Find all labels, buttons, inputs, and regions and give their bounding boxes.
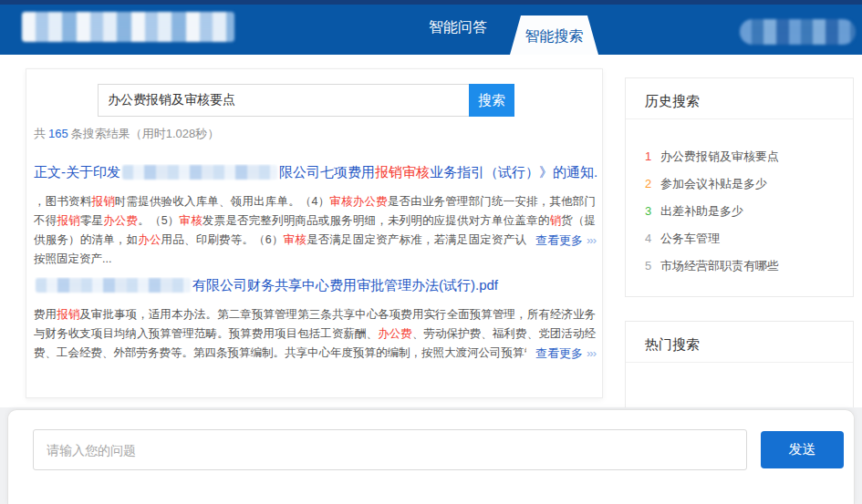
hot-search-title: 热门搜索: [645, 336, 700, 354]
chevron-right-icon: ›››: [587, 233, 596, 247]
text-segment: 发票是否完整列明商品或服务明细，未列明的应提供对方单位盖章的: [203, 214, 550, 227]
highlight-keyword: 办公费: [103, 214, 138, 227]
history-item-label: 公务车管理: [660, 231, 720, 245]
history-item-label: 参加会议补贴是多少: [660, 177, 767, 190]
redacted-user-info[interactable]: [740, 19, 856, 45]
divider: [626, 118, 853, 119]
history-search-panel: 历史搜索 1办公费报销及审核要点2参加会议补贴是多少3出差补助是多少4公务车管理…: [625, 77, 854, 297]
text-segment: 限公司七项费用: [279, 164, 375, 180]
text-segment: 零星: [80, 214, 103, 227]
highlight-keyword: 报销: [91, 195, 114, 208]
send-button[interactable]: 发送: [761, 431, 844, 468]
view-more-label: 查看更多: [535, 346, 583, 360]
highlight-keyword: 审核办公费: [329, 195, 387, 208]
tab-intelligent-qa[interactable]: 智能问答: [410, 0, 505, 55]
rank-number: 3: [645, 198, 660, 224]
text-segment: 费用: [34, 308, 57, 321]
text-segment: 有限公司财务共享中心费用审批管理办法(试行).pdf: [192, 277, 498, 293]
rank-number: 5: [645, 252, 660, 279]
view-more-link[interactable]: 查看更多›››: [526, 231, 596, 250]
rank-number: 2: [645, 170, 660, 197]
count-number: 165: [48, 127, 68, 140]
highlight-keyword: 报销审核: [375, 164, 430, 180]
redacted-logo: [22, 12, 234, 42]
hot-search-panel: 热门搜索: [625, 321, 854, 407]
history-item-label: 出差补助是多少: [660, 204, 743, 218]
redacted-text: [36, 278, 191, 293]
rank-number: 4: [645, 225, 660, 252]
question-composer: 发送: [7, 409, 855, 504]
history-search-item[interactable]: 2参加会议补贴是多少: [645, 170, 846, 197]
history-search-title: 历史搜索: [645, 93, 700, 110]
highlight-keyword: 销: [550, 214, 562, 227]
rank-number: 1: [645, 143, 660, 170]
highlight-keyword: 审核: [284, 233, 306, 246]
tab-intelligent-search[interactable]: 智能搜索: [510, 15, 598, 55]
highlight-keyword: 办公费: [378, 327, 412, 340]
result-title[interactable]: 有限公司财务共享中心费用审批管理办法(试行).pdf: [34, 277, 597, 297]
history-search-list: 1办公费报销及审核要点2参加会议补贴是多少3出差补助是多少4公务车管理5市场经营…: [645, 142, 846, 279]
text-segment: 业务指引（试行）》的通知.pdf: [430, 164, 597, 180]
text-segment: 时需提供验收入库单、领用出库单。（4）: [115, 195, 330, 208]
redacted-text: [122, 165, 277, 180]
result-count: 共165条搜索结果（用时1.028秒）: [34, 126, 219, 142]
search-input[interactable]: [98, 84, 469, 117]
highlight-keyword: 审核: [179, 214, 202, 227]
text-segment: 正文-关于印发: [34, 164, 120, 180]
result-snippet: 费用报销及审批事项，适用本办法。第二章预算管理第三条共享中心各项费用实行全面预算…: [34, 305, 596, 363]
view-more-link[interactable]: 查看更多›››: [526, 344, 596, 363]
highlight-keyword: 办公: [138, 233, 161, 246]
question-input[interactable]: [33, 429, 747, 470]
search-button[interactable]: 搜索: [469, 84, 514, 117]
text-segment: 用品、印刷费等。（6）: [161, 233, 284, 246]
highlight-keyword: 报销: [57, 214, 79, 227]
history-item-label: 市场经营部职责有哪些: [660, 259, 779, 273]
app-header: 智能问答 智能搜索: [0, 0, 862, 55]
text-segment: ，图书资料: [34, 195, 91, 208]
history-search-item[interactable]: 5市场经营部职责有哪些: [645, 252, 846, 279]
text-segment: 。（5）: [138, 214, 179, 227]
divider: [626, 362, 853, 363]
count-suffix: 条搜索结果（用时1.028秒）: [71, 127, 220, 140]
history-search-item[interactable]: 4公务车管理: [645, 224, 846, 252]
highlight-keyword: 报销: [57, 308, 79, 321]
history-item-label: 办公费报销及审核要点: [660, 149, 779, 163]
result-snippet: ，图书资料报销时需提供验收入库单、领用出库单。（4）审核办公费是否由业务管理部门…: [34, 192, 596, 250]
search-results-panel: 搜索 共165条搜索结果（用时1.028秒） 正文-关于印发限公司七项费用报销审…: [26, 68, 603, 398]
history-search-item[interactable]: 3出差补助是多少: [645, 197, 846, 224]
count-prefix: 共: [34, 127, 46, 140]
history-search-item[interactable]: 1办公费报销及审核要点: [645, 142, 846, 170]
chevron-right-icon: ›››: [587, 346, 596, 360]
view-more-label: 查看更多: [535, 233, 583, 247]
result-title[interactable]: 正文-关于印发限公司七项费用报销审核业务指引（试行）》的通知.pdf: [34, 164, 597, 184]
